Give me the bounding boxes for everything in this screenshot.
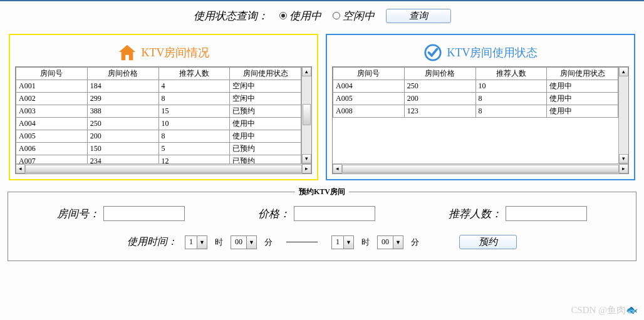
check-circle-icon [423, 43, 442, 62]
table-cell: 250 [87, 118, 158, 130]
table-cell: 使用中 [547, 93, 618, 105]
radio-in-use[interactable]: 使用中 [279, 9, 321, 23]
scroll-left-icon[interactable]: ◂ [333, 164, 342, 173]
column-header[interactable]: 推荐人数 [475, 68, 547, 80]
min-unit: 分 [411, 237, 419, 248]
scroll-left-icon[interactable]: ◂ [16, 164, 25, 173]
house-icon [118, 43, 137, 62]
column-header[interactable]: 房间号 [333, 68, 405, 80]
table-cell: 10 [475, 80, 547, 93]
table-row[interactable]: A00723412已预约 [16, 155, 301, 164]
column-header[interactable]: 房间价格 [404, 68, 475, 80]
start-min-combo[interactable]: 00▼ [231, 235, 257, 249]
table-cell: 已预约 [230, 155, 301, 164]
table-row[interactable]: A0081238使用中 [333, 105, 618, 118]
table-cell: 已预约 [230, 105, 301, 118]
room-status-table[interactable]: 房间号房间价格推荐人数房间使用状态 A00425010使用中A0052008使用… [332, 66, 629, 174]
scroll-up-icon[interactable]: ▴ [302, 67, 311, 76]
scroll-thumb[interactable] [303, 104, 311, 125]
panel-room-info-title: KTV房间情况 [15, 39, 312, 66]
table-cell: A008 [333, 105, 405, 118]
end-hour-combo[interactable]: 1▼ [331, 235, 354, 249]
booking-fieldset: 预约KTV房间 房间号： 价格： 推荐人数： 使用时间： 1▼ 时 00▼ 分 … [8, 192, 636, 261]
table-row[interactable]: A00425010使用中 [16, 118, 301, 130]
price-label: 价格： [258, 207, 290, 221]
watermark: CSDN @鱼肉🐟 [571, 304, 638, 316]
table-cell: 4 [158, 80, 230, 93]
scroll-thumb[interactable] [342, 165, 619, 173]
radio-dot-icon [333, 12, 340, 19]
table-row[interactable]: A0022998空闲中 [16, 93, 301, 105]
scroll-down-icon[interactable]: ▾ [302, 154, 311, 163]
table-cell: 8 [475, 105, 547, 118]
time-range-dash [286, 242, 318, 242]
chevron-down-icon: ▼ [197, 236, 207, 249]
column-header[interactable]: 房间价格 [87, 68, 158, 80]
search-button[interactable]: 查询 [386, 9, 451, 23]
room-no-input[interactable] [103, 206, 185, 221]
table-cell: 5 [158, 143, 230, 155]
time-label: 使用时间： [127, 235, 177, 249]
chevron-down-icon: ▼ [393, 236, 403, 249]
table-row[interactable]: A00425010使用中 [333, 80, 618, 93]
table-row[interactable]: A0011844空闲中 [16, 80, 301, 93]
hour-unit: 时 [215, 237, 223, 248]
table-cell: A003 [16, 105, 88, 118]
vertical-scrollbar[interactable]: ▴ ▾ [301, 67, 311, 163]
table-cell: 空闲中 [230, 93, 301, 105]
scroll-right-icon[interactable]: ▸ [619, 164, 628, 173]
horizontal-scrollbar[interactable]: ◂ ▸ [16, 163, 311, 173]
radio-in-use-label: 使用中 [289, 9, 321, 23]
table-cell: 200 [404, 93, 475, 105]
chevron-down-icon: ▼ [343, 236, 353, 249]
table-cell: 已预约 [230, 143, 301, 155]
table-cell: A005 [333, 93, 405, 105]
scroll-thumb[interactable] [25, 165, 302, 173]
table-row[interactable]: A0052008使用中 [333, 93, 618, 105]
table-row[interactable]: A0052008使用中 [16, 130, 301, 143]
column-header[interactable]: 推荐人数 [158, 68, 230, 80]
table-cell: 184 [87, 80, 158, 93]
table-row[interactable]: A00338815已预约 [16, 105, 301, 118]
table-cell: A007 [16, 155, 88, 164]
column-header[interactable]: 房间使用状态 [547, 68, 618, 80]
book-button[interactable]: 预约 [459, 235, 517, 249]
table-cell: 8 [158, 93, 230, 105]
room-no-label: 房间号： [57, 207, 100, 221]
horizontal-scrollbar[interactable]: ◂ ▸ [333, 163, 628, 173]
query-bar: 使用状态查询： 使用中 空闲中 查询 [0, 1, 644, 30]
table-cell: A004 [16, 118, 88, 130]
price-input[interactable] [294, 206, 375, 221]
vertical-scrollbar[interactable]: ▴ ▾ [618, 67, 628, 163]
table-cell: 使用中 [230, 118, 301, 130]
column-header[interactable]: 房间号 [16, 68, 88, 80]
table-row[interactable]: A0061505已预约 [16, 143, 301, 155]
table-cell: 空闲中 [230, 80, 301, 93]
table-cell: 234 [87, 155, 158, 164]
table-cell: 123 [404, 105, 475, 118]
table-cell: A001 [16, 80, 88, 93]
chevron-down-icon: ▼ [246, 236, 256, 249]
capacity-input[interactable] [506, 206, 587, 221]
column-header[interactable]: 房间使用状态 [230, 68, 301, 80]
scroll-down-icon[interactable]: ▾ [619, 154, 628, 163]
scroll-right-icon[interactable]: ▸ [302, 164, 311, 173]
table-cell: 15 [158, 105, 230, 118]
table-cell: 使用中 [547, 80, 618, 93]
table-cell: 250 [404, 80, 475, 93]
capacity-label: 推荐人数： [449, 207, 502, 221]
panel-room-status: KTV房间使用状态 房间号房间价格推荐人数房间使用状态 A00425010使用中… [326, 34, 635, 180]
end-min-combo[interactable]: 00▼ [377, 235, 403, 249]
scroll-up-icon[interactable]: ▴ [619, 67, 628, 76]
table-cell: A006 [16, 143, 88, 155]
table-cell: A002 [16, 93, 88, 105]
table-cell: A005 [16, 130, 88, 143]
radio-free[interactable]: 空闲中 [333, 9, 375, 23]
panel-room-info: KTV房间情况 房间号房间价格推荐人数房间使用状态 A0011844空闲中A00… [9, 34, 318, 180]
table-cell: 12 [158, 155, 230, 164]
table-cell: 299 [87, 93, 158, 105]
table-cell: 150 [87, 143, 158, 155]
room-info-table[interactable]: 房间号房间价格推荐人数房间使用状态 A0011844空闲中A0022998空闲中… [15, 66, 312, 174]
start-hour-combo[interactable]: 1▼ [185, 235, 207, 249]
table-cell: 388 [87, 105, 158, 118]
